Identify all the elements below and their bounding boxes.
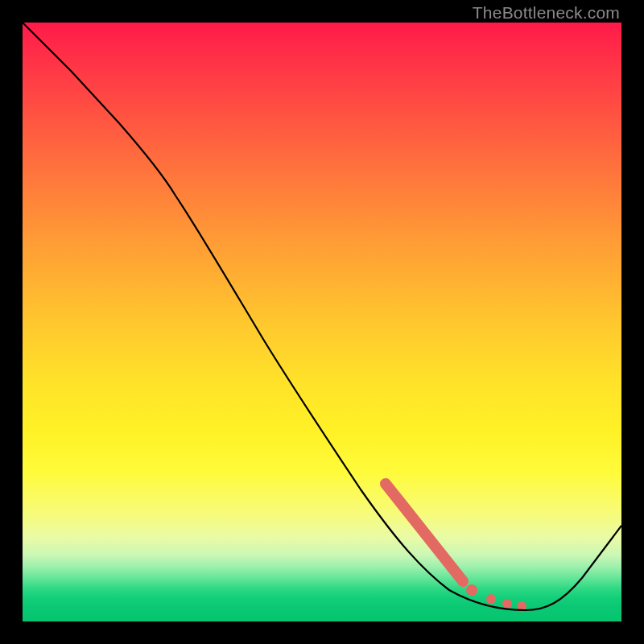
watermark-text: TheBottleneck.com bbox=[473, 3, 620, 23]
highlight-dot bbox=[466, 584, 477, 596]
highlight-dot bbox=[502, 599, 512, 609]
bottleneck-curve bbox=[23, 23, 621, 610]
chart-svg bbox=[23, 23, 621, 621]
highlight-segment bbox=[386, 484, 463, 581]
plot-area bbox=[23, 23, 621, 621]
highlight-dot bbox=[486, 594, 496, 604]
